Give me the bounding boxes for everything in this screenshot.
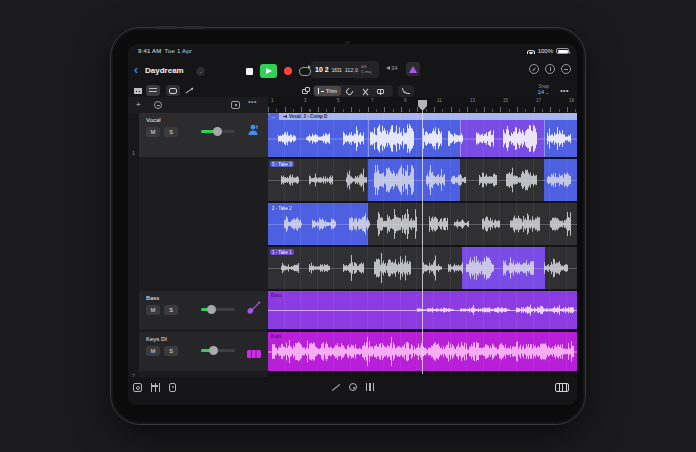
back-chevron-icon[interactable]: ‹ [134,63,138,77]
draw-tool-icon[interactable] [331,383,340,392]
speaker-icon [283,115,287,118]
arrange-area: + ••• 1 2 3 Vocal M [128,97,577,377]
copy-button[interactable] [300,85,312,96]
wifi-icon [527,48,535,54]
tuner-icon[interactable] [529,64,539,74]
logic-pro-screen: 9:41 AMTue 1 Apr 100% ‹ Daydream ⌄ [128,44,577,405]
select-tool-button[interactable] [166,85,180,96]
volume-down-button [183,26,205,29]
live-loops-view-button[interactable] [132,85,144,96]
marquee-icon [169,88,177,94]
ruler-bar-number: 13 [470,98,475,103]
ruler-bar-number: 5 [337,98,340,103]
keyboard-instrument-icon [247,344,261,362]
copy-icon [302,87,310,95]
bottom-bar [128,377,577,405]
ruler-bar-number: 9 [404,98,407,103]
volume-slider[interactable] [201,130,235,133]
lcd-display[interactable]: 10 2 1631 112,0 4/4 C maj [311,61,379,78]
metronome-icon[interactable] [545,64,555,74]
pencil-tool-button[interactable] [182,85,195,96]
header-more-icon[interactable]: ••• [248,98,257,105]
purple-triangle-badge[interactable] [406,62,420,76]
track-number: 1 [128,150,139,156]
project-dropdown-icon[interactable]: ⌄ [196,67,205,76]
tracks-view-button[interactable] [146,85,160,96]
pencil-icon [185,87,193,95]
volume-slider[interactable] [201,308,235,311]
record-button[interactable] [284,67,292,75]
transport-controls [246,62,311,80]
photo-background: 9:41 AMTue 1 Apr 100% ‹ Daydream ⌄ [0,0,696,452]
ruler-bar-number: 1 [271,98,274,103]
zoom-fit-icon[interactable] [231,101,240,109]
cycle-icon[interactable] [299,67,311,76]
snap-value: 1/4 ⌄ [538,90,549,96]
play-button[interactable] [260,64,277,78]
settings-icon[interactable] [561,64,571,74]
add-track-button[interactable]: + [136,100,141,109]
mute-button[interactable]: M [146,346,160,356]
toolbar-right-icons [529,64,571,74]
volume-slider[interactable] [201,349,235,352]
region-label: Keys [271,334,282,339]
browser-icon[interactable] [133,383,142,392]
project-title[interactable]: Daydream [145,66,184,75]
solo-button[interactable]: S [164,346,178,356]
edit-tools-group: Trim [313,85,393,97]
lcd-ticks: 1631 [332,68,342,73]
volume-up-button [155,26,177,29]
ruler-bar-number: 7 [371,98,374,103]
split-tool-button[interactable] [358,86,373,97]
region-disclosure-icon[interactable]: ⌄ [268,113,279,120]
mute-button[interactable]: M [146,127,160,137]
timeline-area[interactable]: 1 3 5 7 9 11 13 15 17 19 [268,97,577,377]
trim-tool-button[interactable]: Trim [314,86,341,96]
onscreen-keyboard-icon[interactable] [555,383,569,392]
toolbar-more-icon[interactable]: ••• [560,87,569,94]
piano-keys-icon[interactable] [366,383,375,391]
lcd-key: C maj [361,70,371,75]
track-options-icon[interactable] [154,101,162,109]
fade-icon [402,88,410,94]
plugins-icon[interactable] [169,383,176,392]
fade-tool-button[interactable] [398,85,414,97]
tracks-icon [149,88,157,94]
triangle-icon [409,66,417,73]
counter-badge[interactable]: 34 [386,65,398,71]
clock-date: 9:41 AMTue 1 Apr [138,48,192,54]
join-icon [377,89,384,94]
track-header-bass[interactable]: Bass M S [139,291,268,329]
region-label: Bass [271,293,282,298]
ipad-device: 9:41 AMTue 1 Apr 100% ‹ Daydream ⌄ [110,27,586,425]
trim-icon [318,88,324,94]
take-label: 2 - Take 2 [270,205,294,211]
track-header-vocal[interactable]: Vocal M S [139,113,268,157]
mixer-icon[interactable] [151,383,160,392]
solo-button[interactable]: S [164,305,178,315]
track-number-strip: 1 2 3 [128,113,139,377]
status-bar: 9:41 AMTue 1 Apr 100% [128,44,577,59]
loop-tool-button[interactable] [342,86,358,97]
ruler-bar-number: 19 [569,98,574,103]
join-tool-button[interactable] [373,86,388,97]
bass-guitar-icon [247,300,261,318]
main-toolbar: ‹ Daydream ⌄ 10 2 1631 112,0 4/4 C maj [128,59,577,85]
battery-icon [556,48,569,54]
status-date: Tue 1 Apr [164,48,192,54]
ruler-bar-number: 17 [536,98,541,103]
snap-control[interactable]: Snap 1/4 ⌄ [538,84,549,96]
comp-region-title: Vocal: 2 - Comp D [289,114,327,119]
loop-icon [345,86,355,96]
trim-label: Trim [326,88,337,94]
controls-icon[interactable] [349,383,357,391]
track-header-column: + ••• 1 2 3 Vocal M [128,97,268,377]
solo-button[interactable]: S [164,127,178,137]
ruler-bar-number: 11 [437,98,442,103]
track-name: Vocal [146,117,161,123]
stop-button[interactable] [246,68,253,75]
track-name: Bass [146,295,159,301]
mute-button[interactable]: M [146,305,160,315]
counter-triangle-icon [386,66,390,70]
track-header-keys[interactable]: Keys DI M S [139,332,268,371]
